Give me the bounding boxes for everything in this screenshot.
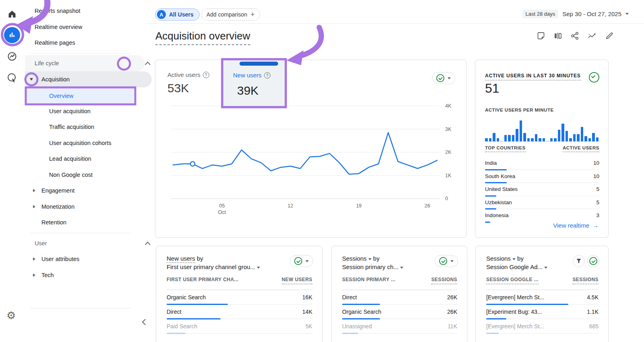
card-dimension-dropdown[interactable]: Session primary ch... xyxy=(342,263,403,271)
sidebar-item-lead-acquisition[interactable]: Lead acquisition xyxy=(25,151,159,167)
view-realtime-link[interactable]: View realtime → xyxy=(553,222,599,229)
data-quality-dropdown[interactable] xyxy=(435,255,458,267)
home-icon[interactable] xyxy=(7,9,17,19)
realtime-title: ACTIVE USERS IN LAST 30 MINUTES xyxy=(485,73,581,81)
sidebar-item-realtime-pages[interactable]: Realtime pages xyxy=(25,35,145,51)
table-row: Direct14K xyxy=(167,305,312,319)
date-range-selector[interactable]: Last 28 days Sep 30 - Oct 27, 2025 xyxy=(522,10,629,18)
sidebar-item-user-acquisition[interactable]: User acquisition xyxy=(25,103,159,119)
chevron-down-icon xyxy=(368,258,372,260)
sidebar-item-traffic-acquisition[interactable]: Traffic acquisition xyxy=(25,119,159,135)
collapse-chevron-icon[interactable] xyxy=(145,62,151,67)
sidebar-item-user-attributes[interactable]: User attributes xyxy=(25,251,152,267)
table-row: [Evergreen] Merch St...4.5K xyxy=(486,290,599,305)
icon-rail: ⚙ xyxy=(0,0,25,342)
minute-bar xyxy=(566,131,568,141)
top-countries-header: TOP COUNTRIES xyxy=(485,145,526,152)
sidebar-item-realtime-overview[interactable]: Realtime overview xyxy=(25,19,145,35)
help-icon[interactable]: ? xyxy=(264,72,270,79)
svg-text:05: 05 xyxy=(219,203,225,209)
new-users-by-channel-card: New users by First user primary channel … xyxy=(156,246,322,342)
sidebar-item-engagement[interactable]: Engagement xyxy=(25,182,152,199)
share-icon[interactable] xyxy=(570,31,579,40)
chevron-down-icon xyxy=(544,267,547,269)
minute-bar xyxy=(504,135,507,141)
chevron-down-icon xyxy=(450,260,454,262)
explore-icon[interactable] xyxy=(7,51,17,62)
add-comparison-button[interactable]: Add comparison + xyxy=(201,8,260,21)
column-header[interactable]: SESSIONS xyxy=(572,277,599,284)
sidebar-item-non-google-cost[interactable]: Non Google cost xyxy=(25,167,159,183)
insights-icon[interactable] xyxy=(587,31,597,40)
feedback-note-icon[interactable] xyxy=(537,31,545,40)
column-header[interactable]: NEW USERS xyxy=(282,277,312,284)
card-metric-dropdown[interactable]: Sessions by xyxy=(486,254,547,263)
sidebar-divider xyxy=(30,233,131,233)
check-circle-icon[interactable] xyxy=(589,72,599,83)
check-circle-icon xyxy=(436,74,444,82)
sidebar-item-overview-selected[interactable]: Overview xyxy=(27,89,134,103)
sidebar-item-retention[interactable]: Retention xyxy=(25,214,152,230)
filter-button[interactable] xyxy=(573,255,585,267)
help-icon[interactable]: ? xyxy=(203,72,209,78)
table-row: South Korea10 xyxy=(485,170,599,183)
data-quality-button[interactable] xyxy=(587,255,599,267)
new-users-metric-tab[interactable]: New users ? 39K xyxy=(223,60,286,107)
card-dimension-dropdown[interactable]: Session Google Ad... xyxy=(486,263,547,271)
table-row: [Evergreen] Merch St...685 xyxy=(486,319,599,334)
minute-bar xyxy=(546,141,549,141)
header-actions xyxy=(537,31,614,40)
advertising-icon[interactable] xyxy=(7,73,17,83)
sidebar-item-tech[interactable]: Tech xyxy=(25,267,152,283)
expand-triangle-icon[interactable] xyxy=(33,205,35,208)
data-quality-dropdown[interactable] xyxy=(290,255,313,267)
page-title: Acquisition overview xyxy=(155,30,250,45)
minute-bar xyxy=(581,127,584,141)
minute-bar xyxy=(520,120,522,141)
minute-bar xyxy=(493,133,495,141)
table-row: [Experiment Bug: 43...1.1K xyxy=(486,305,599,319)
expand-triangle-icon[interactable] xyxy=(33,189,35,192)
add-comparison-label: Add comparison xyxy=(206,11,247,18)
data-quality-dropdown[interactable] xyxy=(432,72,455,84)
table-row: Organic Search16K xyxy=(167,290,312,305)
header-divider xyxy=(146,23,644,24)
sidebar-collapse-button[interactable] xyxy=(143,319,147,326)
plus-icon: + xyxy=(250,10,255,19)
sidebar-item-reports-snapshot[interactable]: Reports snapshot xyxy=(25,3,145,19)
sessions-by-channel-card: Sessions by Session primary ch... SESSIO… xyxy=(331,246,467,342)
minute-bar xyxy=(523,133,526,141)
minute-bar xyxy=(577,134,580,141)
sidebar-item-monetization[interactable]: Monetization xyxy=(25,199,152,215)
date-preset-chip: Last 28 days xyxy=(522,10,559,18)
card-dimension-dropdown[interactable]: First user primary channel grou... xyxy=(167,263,260,271)
sessions-by-google-ads-card: Sessions by Session Google Ad... SESSION… xyxy=(475,246,609,342)
minute-bar xyxy=(596,137,599,141)
ga4-app: ⚙ Reports snapshot Realtime overview Rea… xyxy=(0,0,644,342)
active-users-value: 53K xyxy=(167,81,209,95)
minute-bar xyxy=(516,129,518,141)
card-metric-dropdown[interactable]: Sessions by xyxy=(342,254,403,263)
sidebar-item-user-acquisition-cohorts[interactable]: User acquisition cohorts xyxy=(25,135,159,151)
active-users-metric-tab[interactable]: Active users ? 53K xyxy=(167,71,209,95)
collapse-chevron-icon[interactable] xyxy=(145,242,151,247)
chevron-down-icon xyxy=(305,260,309,262)
sidebar-section-life-cycle: Life cycle xyxy=(25,55,145,71)
column-header[interactable]: SESSIONS xyxy=(431,277,457,284)
minute-bar xyxy=(543,138,545,141)
all-users-segment-chip[interactable]: A All Users xyxy=(155,8,200,21)
active-users-per-minute-chart xyxy=(485,119,600,142)
minute-bar xyxy=(554,138,557,141)
expand-triangle-icon[interactable] xyxy=(33,274,35,277)
per-minute-label: ACTIVE USERS PER MINUTE xyxy=(485,108,554,112)
edit-pencil-icon[interactable] xyxy=(605,31,614,40)
table-row: United States5 xyxy=(485,183,599,196)
comparison-icon[interactable] xyxy=(553,31,562,40)
admin-gear-icon[interactable]: ⚙ xyxy=(6,310,16,321)
reports-icon[interactable] xyxy=(4,27,20,43)
expand-triangle-icon[interactable] xyxy=(33,257,35,261)
column-header[interactable]: SESSION GOOGLE ... xyxy=(486,277,539,284)
sidebar-item-acquisition[interactable]: Acquisition xyxy=(25,71,152,87)
expand-triangle-icon[interactable] xyxy=(30,78,33,81)
table-row: Uzbekistan5 xyxy=(485,196,599,209)
